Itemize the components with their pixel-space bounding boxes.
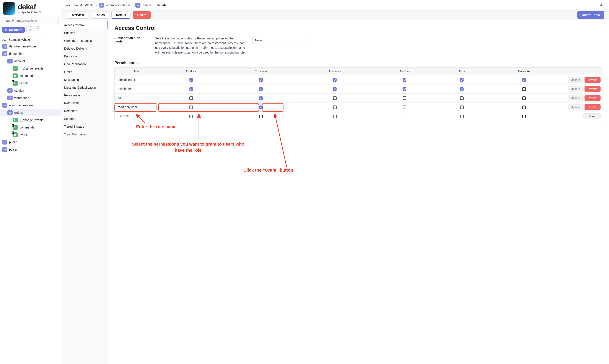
menu-messaging[interactable]: Messaging bbox=[61, 76, 108, 84]
permission-checkbox[interactable] bbox=[189, 78, 193, 82]
tree-node-__change_events[interactable]: to__change_events bbox=[0, 65, 61, 72]
permission-checkbox[interactable] bbox=[403, 105, 406, 109]
left-sidebar: dekaf for Apache Pulsar™ × Default bbox=[0, 0, 61, 364]
menu-delayed-delivery[interactable]: Delayed Delivery bbox=[61, 45, 108, 52]
permission-checkbox[interactable] bbox=[403, 96, 406, 100]
auth-mode-desc: Sets the authorization rules for Pulsar … bbox=[155, 36, 246, 55]
revoke-button[interactable]: Revoke bbox=[584, 86, 601, 92]
tree-label: pulsar bbox=[9, 148, 17, 151]
tab-details[interactable]: Details bbox=[111, 11, 130, 19]
bc-cluster[interactable]: Beautiful Whale bbox=[72, 3, 94, 7]
expand-icon-button[interactable] bbox=[35, 26, 41, 33]
permission-checkbox[interactable] bbox=[189, 87, 193, 91]
default-button[interactable]: Default bbox=[2, 27, 25, 33]
menu-bundles[interactable]: Bundles bbox=[61, 29, 108, 37]
menu-schema[interactable]: Schema bbox=[61, 115, 108, 123]
permission-checkbox[interactable] bbox=[460, 78, 464, 82]
bc-tenant[interactable]: ecommerce-team bbox=[106, 3, 130, 7]
search-input[interactable] bbox=[2, 17, 59, 24]
menu-topic-compaction[interactable]: Topic Compaction bbox=[61, 130, 108, 138]
revoke-button[interactable]: Revoke bbox=[584, 95, 601, 101]
menu-persistence[interactable]: Persistence bbox=[61, 91, 108, 99]
tree-node-events[interactable]: toPevents bbox=[0, 131, 61, 138]
permission-checkbox[interactable] bbox=[460, 115, 464, 118]
annotation-role: Enter the role name bbox=[136, 124, 177, 130]
menu-compute-resources[interactable]: Compute Resources bbox=[61, 37, 108, 45]
permission-checkbox[interactable] bbox=[522, 78, 526, 82]
tree-node-pulsar[interactable]: tepulsar bbox=[0, 146, 61, 153]
create-topic-button[interactable]: Create Topic bbox=[577, 11, 604, 19]
tree-node-commands[interactable]: toPcommands bbox=[0, 124, 61, 131]
permission-checkbox[interactable] bbox=[403, 78, 406, 82]
permission-checkbox[interactable] bbox=[460, 96, 464, 100]
caret-down-icon bbox=[307, 39, 309, 42]
tree-node-warehouse[interactable]: nswarehouse bbox=[0, 94, 61, 102]
tree-node-__change_events[interactable]: to__change_events bbox=[0, 116, 61, 124]
permission-checkbox[interactable] bbox=[259, 96, 263, 100]
chevron-right-icon: › bbox=[132, 3, 133, 7]
cluster-node[interactable]: Beautiful Whale bbox=[0, 37, 61, 43]
permission-checkbox[interactable] bbox=[522, 96, 526, 100]
permission-checkbox[interactable] bbox=[333, 87, 337, 91]
menu-geo-replication[interactable]: Geo Replication bbox=[61, 60, 108, 68]
tab-delete[interactable]: Delete bbox=[133, 11, 151, 19]
tree-label: __change_events bbox=[20, 118, 44, 122]
menu-tiered-storage[interactable]: Tiered Storage bbox=[61, 123, 108, 130]
tree-label: events bbox=[20, 81, 28, 85]
permission-checkbox[interactable] bbox=[403, 115, 406, 118]
permission-checkbox[interactable] bbox=[333, 96, 337, 100]
tree-node-demo-schema-types[interactable]: tedemo-schema-types bbox=[0, 43, 61, 50]
tenant-badge: te bbox=[99, 3, 104, 8]
update-button[interactable]: Update bbox=[568, 86, 583, 92]
grant-button[interactable]: Grant bbox=[583, 113, 601, 119]
permission-checkbox[interactable] bbox=[522, 115, 526, 118]
tree-node-account[interactable]: nsaccount bbox=[0, 57, 61, 65]
update-button[interactable]: Update bbox=[568, 104, 583, 110]
permission-checkbox[interactable] bbox=[259, 87, 263, 91]
collapse-icon-button[interactable] bbox=[26, 26, 33, 33]
revoke-button[interactable]: Revoke bbox=[584, 104, 601, 110]
table-row: qaUpdateRevoke bbox=[115, 94, 603, 103]
menu-rate-limits[interactable]: Rate Limits bbox=[61, 99, 108, 107]
menu-limits[interactable]: Limits bbox=[61, 68, 108, 76]
cluster-icon bbox=[2, 38, 7, 41]
tree-node-public[interactable]: tepublic bbox=[0, 138, 61, 146]
tree-node-events[interactable]: toPevents bbox=[0, 79, 61, 87]
permission-checkbox[interactable] bbox=[259, 105, 263, 109]
menu-retention[interactable]: Retention bbox=[61, 107, 108, 115]
permission-checkbox[interactable] bbox=[460, 87, 464, 91]
permission-checkbox[interactable] bbox=[333, 105, 337, 109]
tab-topics[interactable]: Topics bbox=[91, 11, 109, 19]
permission-checkbox[interactable] bbox=[189, 105, 193, 109]
auth-mode-select[interactable]: None bbox=[252, 36, 312, 44]
role-name-input[interactable] bbox=[118, 114, 156, 118]
tab-overview[interactable]: Overview bbox=[66, 11, 89, 19]
bc-namespace[interactable]: orders bbox=[143, 3, 151, 7]
permission-checkbox[interactable] bbox=[333, 115, 337, 118]
menu-access-control[interactable]: Access Control bbox=[61, 21, 108, 29]
update-button[interactable]: Update bbox=[568, 95, 583, 101]
permission-checkbox[interactable] bbox=[259, 78, 263, 82]
tree-node-demo-shop[interactable]: tedemo-shop bbox=[0, 50, 61, 57]
partitioned-marker: P bbox=[12, 124, 14, 127]
permission-checkbox[interactable] bbox=[522, 87, 526, 91]
revoke-button[interactable]: Revoke bbox=[584, 77, 601, 83]
tree-node-ecommerce-team[interactable]: teecommerce-team bbox=[0, 102, 61, 109]
permission-checkbox[interactable] bbox=[522, 105, 526, 109]
panel: Access Control Subscription auth mode Se… bbox=[108, 20, 609, 364]
permission-checkbox[interactable] bbox=[460, 105, 464, 109]
tree-node-orders[interactable]: nsorders bbox=[0, 109, 61, 116]
update-button[interactable]: Update bbox=[568, 77, 583, 83]
clear-search-icon[interactable]: × bbox=[55, 19, 57, 23]
permission-checkbox[interactable] bbox=[403, 87, 406, 91]
permission-checkbox[interactable] bbox=[189, 96, 193, 100]
menu-message-deduplication[interactable]: Message Deduplication bbox=[61, 84, 108, 91]
menu-encryption[interactable]: Encryption bbox=[61, 52, 108, 60]
te-badge: te bbox=[2, 147, 7, 152]
permission-checkbox[interactable] bbox=[189, 115, 193, 118]
permission-checkbox[interactable] bbox=[259, 115, 263, 118]
tree-node-catalog[interactable]: nscatalog bbox=[0, 87, 61, 94]
permission-checkbox[interactable] bbox=[333, 78, 337, 82]
tree-node-commands[interactable]: tocommands bbox=[0, 72, 61, 79]
copy-button[interactable] bbox=[598, 2, 604, 8]
